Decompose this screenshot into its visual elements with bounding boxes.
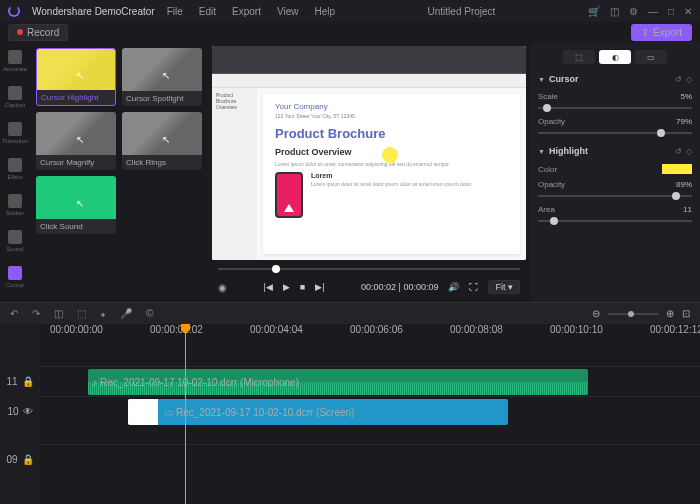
thumb-cursor-highlight[interactable]: ↖Cursor Highlight — [36, 48, 116, 106]
mic-icon[interactable]: 🎤 — [120, 308, 132, 319]
highlight-opacity-slider[interactable] — [538, 195, 692, 197]
record-button[interactable]: Record — [8, 24, 68, 41]
keyframe-icon[interactable]: ◇ — [686, 147, 692, 156]
section-highlight[interactable]: Highlight — [549, 146, 671, 156]
menu-edit[interactable]: Edit — [199, 6, 216, 17]
redo-icon[interactable]: ↷ — [32, 308, 40, 319]
stop-button[interactable]: ■ — [300, 282, 305, 292]
volume-icon[interactable]: 🔊 — [448, 282, 459, 292]
undo-icon[interactable]: ↶ — [10, 308, 18, 319]
fullscreen-icon[interactable]: ⛶ — [469, 282, 478, 292]
sidebar: Annotate Caption Transition Effect Stick… — [0, 42, 30, 302]
zoom-in-icon[interactable]: ⊕ — [666, 308, 674, 319]
thumb-cursor-spotlight[interactable]: ↖Cursor Spotlight — [122, 48, 202, 106]
settings-icon[interactable]: ⚙ — [629, 6, 638, 17]
phone-image — [275, 172, 303, 218]
reset-icon[interactable]: ↺ — [675, 75, 682, 84]
main-menu: File Edit Export View Help — [167, 6, 335, 17]
timeline-ruler[interactable]: 00:00:00:00 00:00:02:02 00:00:04:04 00:0… — [40, 324, 700, 342]
menu-export[interactable]: Export — [232, 6, 261, 17]
user-icon[interactable]: ◫ — [610, 6, 619, 17]
section-cursor[interactable]: Cursor — [549, 74, 671, 84]
scale-slider[interactable] — [538, 107, 692, 109]
app-name: Wondershare DemoCreator — [32, 6, 155, 17]
cart-icon[interactable]: 🛒 — [588, 6, 600, 17]
maximize-icon[interactable]: □ — [668, 6, 674, 17]
menu-view[interactable]: View — [277, 6, 299, 17]
export-button[interactable]: ⇪ Export — [631, 24, 692, 41]
lock-icon[interactable]: 🔒 — [22, 376, 34, 387]
doc-title: Product Brochure — [275, 126, 508, 141]
thumb-cursor-magnify[interactable]: ↖Cursor Magnify — [36, 112, 116, 170]
thumb-click-rings[interactable]: ↖Click Rings — [122, 112, 202, 170]
prev-button[interactable]: |◀ — [263, 282, 272, 292]
tab-3[interactable]: ▭ — [635, 50, 667, 64]
lock-icon[interactable]: 🔒 — [22, 454, 34, 465]
close-icon[interactable]: ✕ — [684, 6, 692, 17]
preview-area: Product BrochureOverview Your Company 12… — [208, 42, 530, 302]
crop-icon[interactable]: ⬚ — [77, 308, 86, 319]
fit-timeline-icon[interactable]: ⊡ — [682, 308, 690, 319]
screen-icon: ▭ — [164, 407, 173, 418]
menu-file[interactable]: File — [167, 6, 183, 17]
menu-help[interactable]: Help — [314, 6, 335, 17]
timeline-toolbar: ↶ ↷ ◫ ⬚ ⬥ 🎤 © ⊖ ⊕ ⊡ — [0, 302, 700, 324]
audio-icon: ♪ — [92, 377, 97, 388]
marker-icon[interactable]: ⬥ — [100, 308, 106, 319]
split-icon[interactable]: ◫ — [54, 308, 63, 319]
track-09[interactable]: 09🔒 — [40, 444, 700, 474]
effects-panel: ↖Cursor Highlight ↖Cursor Spotlight ↖Cur… — [30, 42, 208, 302]
timecode: 00:00:02 | 00:00:09 — [361, 282, 438, 292]
cursor-opacity-slider[interactable] — [538, 132, 692, 134]
sidebar-sound[interactable]: Sound — [5, 230, 25, 252]
track-10[interactable]: 10👁 ▭Rec_2021-09-17 10-02-10.dcrr (Scree… — [40, 396, 700, 426]
zoom-out-icon[interactable]: ⊖ — [592, 308, 600, 319]
export-icon: ⇪ — [641, 27, 649, 38]
project-title: Untitled Project — [347, 6, 576, 17]
toolbar: Record ⇪ Export — [0, 22, 700, 42]
next-button[interactable]: ▶| — [315, 282, 324, 292]
eye-icon[interactable]: 👁 — [23, 406, 33, 417]
sidebar-transition[interactable]: Transition — [5, 122, 25, 144]
reset-icon[interactable]: ↺ — [675, 147, 682, 156]
timeline: 00:00:00:00 00:00:02:02 00:00:04:04 00:0… — [0, 324, 700, 504]
color-swatch[interactable] — [662, 164, 692, 174]
track-11[interactable]: 11🔒 ♪Rec_2021-09-17 10-02-10.dcrr (Micro… — [40, 366, 700, 396]
minimize-icon[interactable]: — — [648, 6, 658, 17]
area-slider[interactable] — [538, 220, 692, 222]
title-bar: Wondershare DemoCreator File Edit Export… — [0, 0, 700, 22]
sidebar-effect[interactable]: Effect — [5, 158, 25, 180]
sidebar-cursor[interactable]: Cursor — [5, 266, 25, 288]
cursor-highlight-overlay — [382, 147, 398, 163]
scrub-bar[interactable] — [212, 262, 526, 276]
zoom-slider[interactable] — [608, 313, 658, 315]
audio-clip[interactable]: ♪Rec_2021-09-17 10-02-10.dcrr (Microphon… — [88, 369, 588, 395]
play-button[interactable]: ▶ — [283, 282, 290, 292]
tab-1[interactable]: ⬚ — [563, 50, 595, 64]
sidebar-sticker[interactable]: Sticker — [5, 194, 25, 216]
app-logo-icon — [8, 5, 20, 17]
properties-panel: ⬚ ◐ ▭ ▼Cursor↺◇ Scale5% Opacity79% ▼High… — [530, 42, 700, 302]
copyright-icon[interactable]: © — [146, 308, 153, 319]
keyframe-icon[interactable]: ◇ — [686, 75, 692, 84]
sidebar-caption[interactable]: Caption — [5, 86, 25, 108]
snapshot-icon[interactable]: ◉ — [218, 282, 227, 293]
record-dot-icon — [17, 29, 23, 35]
tab-2[interactable]: ◐ — [599, 50, 631, 64]
thumb-click-sound[interactable]: ↖Click Sound — [36, 176, 116, 234]
doc-company: Your Company — [275, 102, 508, 111]
preview-canvas[interactable]: Product BrochureOverview Your Company 12… — [212, 46, 526, 260]
doc-meta: 123 Your Street Your City, ST 12345 — [275, 113, 508, 120]
fit-select[interactable]: Fit ▾ — [488, 280, 520, 294]
playhead[interactable] — [185, 324, 186, 504]
sidebar-annotate[interactable]: Annotate — [5, 50, 25, 72]
